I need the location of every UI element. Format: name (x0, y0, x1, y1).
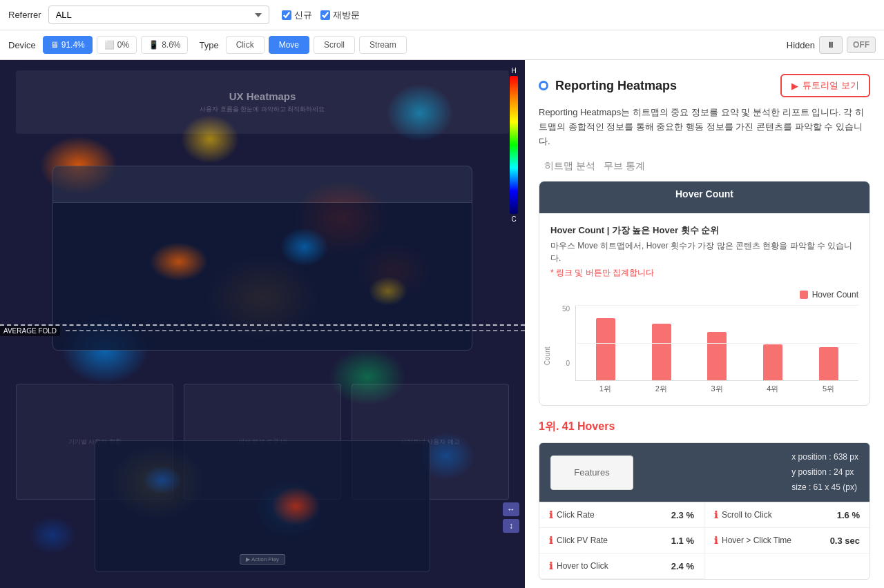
info-icon-4: ℹ (714, 535, 718, 546)
hidden-label: Hidden (787, 40, 815, 50)
heatmap-panel: UX Heatmaps 사용자 흐름을 한눈에 파악하고 최적화하세요 기기별 … (0, 60, 525, 588)
chart-subtitle: Hover Count | 가장 높은 Hover 횟수 순위 (550, 224, 858, 237)
bar-group-3 (693, 332, 742, 380)
referrer-select[interactable]: ALL (48, 6, 269, 24)
x-axis-labels: 1위 2위 3위 4위 5위 (550, 384, 858, 394)
click-pv-rate-value: 1.1 % (671, 536, 694, 546)
mobile-pct: 8.6% (162, 40, 180, 50)
chart-card: Hover Count Hover Count | 가장 높은 Hover 횟수… (539, 181, 870, 406)
device-tablet-btn[interactable]: ⬜ 0% (97, 36, 137, 54)
scroll-label: Scroll (324, 40, 345, 50)
tutorial-button[interactable]: ▶ 튜토리얼 보기 (780, 74, 870, 97)
chart-header-title: Hover Count (675, 188, 733, 199)
device-mobile-btn[interactable]: 📱 8.6% (141, 36, 188, 54)
y-axis-min: 0 (566, 360, 570, 367)
controls-bar: Device 🖥 91.4% ⬜ 0% 📱 8.6% Type Click Mo… (0, 30, 884, 60)
pause-icon: ⏸ (827, 40, 835, 50)
arrow-controls: ↔ ↕ (503, 502, 519, 533)
preview-coords: x position : 638 px y position : 24 px s… (791, 450, 858, 495)
bar-1 (596, 318, 615, 380)
chart-note: * 링크 및 버튼만 집계합니다 (550, 267, 858, 279)
click-rate-label: Click Rate (557, 510, 667, 520)
y-axis-max: 50 (562, 305, 570, 313)
device-desktop-btn[interactable]: 🖥 91.4% (43, 36, 93, 54)
info-icon-2: ℹ (714, 509, 718, 520)
move-label: Move (279, 40, 299, 50)
returning-checkbox-label[interactable]: 재방문 (320, 9, 360, 21)
chart-legend: Hover Count (550, 290, 858, 300)
panel-title: Reporting Heatmaps (555, 79, 677, 93)
stat-hover-to-click: ℹ Hover to Click 2.4 % (539, 553, 704, 579)
avg-fold-label: AVERAGE FOLD (0, 326, 60, 336)
x-label-3: 3위 (693, 384, 742, 394)
new-checkbox-label[interactable]: 신규 (282, 9, 312, 21)
bar-chart (582, 305, 853, 380)
stat-click-pv-rate: ℹ Click PV Rate 1.1 % (539, 528, 704, 553)
avg-fold-line: AVERAGE FOLD (0, 324, 525, 336)
device-label: Device (8, 40, 36, 50)
top-bar: Referrer ALL 신규 재방문 (0, 0, 884, 30)
checkbox-group: 신규 재방문 (282, 9, 360, 21)
info-icon-5: ℹ (549, 560, 552, 571)
arrow-horizontal-btn[interactable]: ↔ (503, 502, 519, 516)
desktop-pct: 91.4% (61, 40, 85, 50)
bar-5 (819, 347, 838, 380)
toggle-off-button[interactable]: OFF (847, 37, 876, 53)
desktop-icon: 🖥 (50, 40, 59, 50)
main-content: UX Heatmaps 사용자 흐름을 한눈에 파악하고 최적화하세요 기기별 … (0, 60, 884, 588)
info-icon-3: ℹ (549, 535, 552, 546)
preview-image: Features (550, 455, 633, 490)
panel-description: Reporting Heatmaps는 히트맵의 중요 정보를 요약 및 분석한… (539, 106, 870, 148)
tablet-pct: 0% (117, 40, 129, 50)
legend-label: Hover Count (812, 290, 858, 300)
hover-to-click-label: Hover to Click (557, 561, 667, 571)
chart-header: Hover Count (539, 182, 869, 213)
stats-grid: ℹ Click Rate 2.3 % ℹ Scroll to Click 1.6… (539, 502, 869, 579)
panel-title-group: Reporting Heatmaps (539, 79, 677, 93)
pause-button[interactable]: ⏸ (819, 36, 843, 54)
bar-2 (652, 324, 671, 380)
tutorial-icon: ▶ (791, 81, 798, 91)
rank-preview-card: Features x position : 638 px y position … (539, 442, 870, 580)
bar-group-1 (582, 318, 631, 380)
bar-group-4 (749, 344, 798, 380)
type-stream-btn[interactable]: Stream (359, 36, 407, 54)
scale-bar (510, 76, 518, 214)
new-label: 신규 (294, 9, 312, 21)
info-icon-1: ℹ (549, 509, 552, 520)
stream-label: Stream (369, 40, 396, 50)
type-group: Type Click Move Scroll Stream (199, 36, 406, 54)
type-click-btn[interactable]: Click (226, 36, 265, 54)
hover-to-click-value: 2.4 % (671, 561, 694, 571)
returning-label: 재방문 (333, 9, 360, 21)
bar-4 (763, 344, 782, 380)
arrow-vertical-btn[interactable]: ↕ (503, 519, 519, 533)
mobile-icon: 📱 (148, 40, 159, 50)
tutorial-label: 튜토리얼 보기 (803, 79, 859, 92)
returning-checkbox[interactable] (320, 10, 330, 20)
chart-body: Hover Count | 가장 높은 Hover 횟수 순위 마우스 Move… (539, 213, 869, 405)
hover-click-time-label: Hover > Click Time (722, 536, 826, 545)
scale-top-label: H (511, 67, 516, 75)
section-title: 히트맵 분석 무브 통계 (539, 159, 870, 173)
referrer-label: Referrer (8, 10, 41, 20)
x-label-4: 4위 (748, 384, 797, 394)
x-position: x position : 638 px (791, 450, 858, 465)
color-scale: H C (510, 67, 518, 223)
hidden-group: Hidden ⏸ OFF (787, 36, 876, 54)
bar-3 (707, 332, 727, 380)
x-label-1: 1위 (581, 384, 630, 394)
y-position: y position : 24 px (791, 465, 858, 480)
click-rate-value: 2.3 % (671, 510, 694, 520)
new-checkbox[interactable] (282, 10, 291, 20)
stat-scroll-to-click: ℹ Scroll to Click 1.6 % (704, 502, 869, 528)
type-move-btn[interactable]: Move (269, 36, 309, 54)
type-scroll-btn[interactable]: Scroll (314, 36, 355, 54)
scroll-to-click-label: Scroll to Click (722, 510, 833, 520)
hover-click-time-value: 0.3 sec (830, 536, 860, 546)
x-label-2: 2위 (637, 384, 686, 394)
scroll-to-click-value: 1.6 % (837, 510, 860, 520)
stat-click-rate: ℹ Click Rate 2.3 % (539, 502, 704, 528)
x-label-5: 5위 (804, 384, 853, 394)
stat-hover-click-time: ℹ Hover > Click Time 0.3 sec (704, 528, 869, 553)
